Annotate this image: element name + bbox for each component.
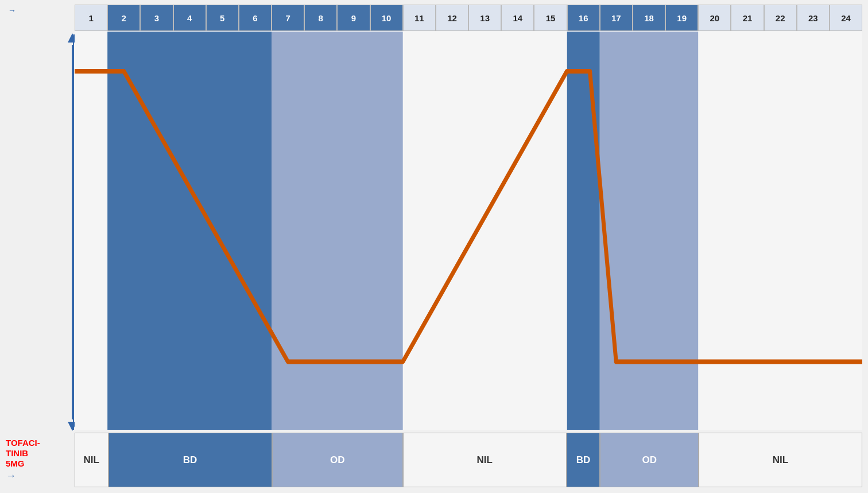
month-cell-10: 10 (370, 5, 403, 31)
month-cell-14: 14 (501, 5, 534, 31)
month-cell-18: 18 (633, 5, 665, 31)
month-cell-1: 1 (75, 5, 107, 31)
y-axis-line (72, 45, 73, 419)
month-cell-21: 21 (731, 5, 764, 31)
month-cell-9: 9 (337, 5, 370, 31)
dosage-cell-OD-7: OD (272, 433, 403, 487)
month-cell-23: 23 (797, 5, 830, 31)
month-cell-11: 11 (403, 5, 436, 31)
month-cell-22: 22 (764, 5, 797, 31)
month-cell-20: 20 (698, 5, 731, 31)
tofacitinib-arrow: → (6, 470, 40, 482)
month-cell-6: 6 (239, 5, 272, 31)
months-arrow-icon: → (8, 6, 16, 15)
chart-svg (75, 32, 862, 430)
month-cell-12: 12 (436, 5, 468, 31)
svg-rect-9 (272, 32, 403, 430)
dosage-cell-NIL-11: NIL (403, 433, 567, 487)
month-cell-2: 2 (107, 5, 140, 31)
months-label: → (6, 6, 16, 15)
dosage-cell-OD-17: OD (600, 433, 699, 487)
month-cell-15: 15 (534, 5, 567, 31)
tofacitinib-label: TOFACI-TINIB5MG (6, 438, 40, 469)
chart-container: → 12345678910111213141516171819202122232… (0, 0, 868, 493)
month-cell-5: 5 (206, 5, 239, 31)
main-chart-area (75, 32, 862, 430)
month-cell-17: 17 (600, 5, 633, 31)
dosage-row: NILBDODNILBDODNIL (75, 433, 862, 487)
month-cell-19: 19 (665, 5, 698, 31)
dosage-cell-BD-2: BD (108, 433, 272, 487)
dosage-cell-BD-16: BD (567, 433, 600, 487)
month-cell-16: 16 (567, 5, 600, 31)
dosage-cell-NIL-1: NIL (75, 433, 108, 487)
svg-rect-5 (698, 32, 862, 430)
svg-rect-6 (600, 32, 699, 430)
month-cell-24: 24 (830, 5, 862, 31)
dosage-cell-NIL-20: NIL (699, 433, 862, 487)
month-cell-3: 3 (140, 5, 173, 31)
month-cell-8: 8 (304, 5, 337, 31)
svg-rect-10 (107, 32, 272, 430)
svg-rect-7 (567, 32, 600, 430)
month-cell-13: 13 (468, 5, 501, 31)
month-cell-7: 7 (272, 5, 304, 31)
svg-rect-4 (75, 32, 107, 430)
months-header: 123456789101112131415161718192021222324 (75, 5, 862, 31)
dosage-label: TOFACI-TINIB5MG → (6, 433, 72, 487)
month-cell-4: 4 (173, 5, 206, 31)
svg-rect-8 (403, 32, 567, 430)
